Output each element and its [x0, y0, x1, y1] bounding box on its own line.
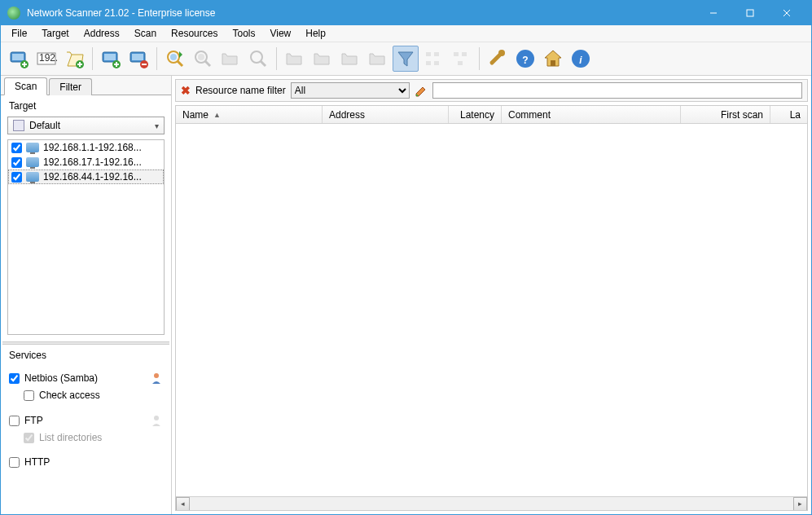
- results-header: Name▲ Address Latency Comment First scan…: [176, 106, 807, 124]
- tree1-button[interactable]: [420, 46, 446, 72]
- tab-scan[interactable]: Scan: [4, 77, 47, 95]
- window-controls: [695, 1, 805, 25]
- app-icon: [7, 7, 20, 20]
- home-button[interactable]: [540, 46, 566, 72]
- device-icon: [26, 157, 39, 167]
- clear-filter-icon[interactable]: ✖: [181, 84, 191, 97]
- tree2-button[interactable]: [448, 46, 474, 72]
- service-netbios[interactable]: Netbios (Samba): [9, 369, 163, 387]
- services-section-label: Services: [1, 345, 171, 364]
- target-profile-dropdown[interactable]: Default ▾: [7, 117, 165, 134]
- filter-text-input[interactable]: [432, 82, 802, 99]
- menu-file[interactable]: File: [4, 26, 34, 41]
- target-checkbox[interactable]: [11, 172, 22, 183]
- svg-rect-33: [426, 61, 431, 65]
- target-row[interactable]: 192.168.17.1-192.16...: [8, 155, 164, 169]
- edit-filter-icon[interactable]: [415, 84, 428, 97]
- target-checkbox[interactable]: [11, 143, 22, 153]
- open-file-button[interactable]: [61, 46, 87, 72]
- column-address[interactable]: Address: [323, 106, 449, 123]
- help-button[interactable]: ?: [512, 46, 538, 72]
- svg-point-44: [154, 373, 159, 378]
- services-panel: Netbios (Samba) Check access FTP List di…: [1, 364, 171, 514]
- stop-scan-button[interactable]: [190, 46, 216, 72]
- target-label: 192.168.44.1-192.16...: [43, 171, 160, 183]
- info-button[interactable]: i: [568, 46, 594, 72]
- scroll-left-button[interactable]: ◂: [176, 497, 190, 511]
- column-comment[interactable]: Comment: [502, 106, 681, 123]
- search-button[interactable]: [245, 46, 271, 72]
- maximize-button[interactable]: [731, 1, 768, 25]
- remove-device-button[interactable]: [125, 46, 151, 72]
- add-target-button[interactable]: [6, 46, 32, 72]
- column-last[interactable]: La: [770, 106, 807, 123]
- column-latency[interactable]: Latency: [449, 106, 502, 123]
- ip-range-button[interactable]: 192.X.X: [33, 46, 59, 72]
- options-button[interactable]: [485, 46, 511, 72]
- filter-label: Resource name filter: [195, 85, 286, 96]
- folder4-button[interactable]: [365, 46, 391, 72]
- folder1-button[interactable]: [282, 46, 308, 72]
- ftp-checkbox[interactable]: [9, 416, 20, 426]
- horizontal-scrollbar[interactable]: ◂ ▸: [176, 496, 807, 510]
- device-icon: [26, 143, 39, 152]
- menu-help[interactable]: Help: [298, 26, 333, 41]
- svg-point-24: [170, 54, 177, 60]
- folder2-button[interactable]: [309, 46, 336, 72]
- results-table: Name▲ Address Latency Comment First scan…: [175, 105, 808, 511]
- svg-rect-31: [426, 52, 431, 56]
- list-directories-label: List directories: [39, 432, 102, 443]
- toolbar-separator: [92, 47, 93, 70]
- svg-rect-35: [454, 52, 459, 56]
- column-name[interactable]: Name▲: [176, 106, 323, 123]
- chevron-down-icon: ▾: [155, 121, 159, 130]
- toolbar: 192.X.X ? i: [1, 42, 811, 76]
- ftp-label: FTP: [24, 415, 43, 426]
- menu-bar: File Target Address Scan Resources Tools…: [1, 25, 811, 42]
- folder-scan-button[interactable]: [217, 46, 244, 72]
- tab-filter[interactable]: Filter: [49, 78, 92, 95]
- filter-funnel-button[interactable]: [393, 46, 419, 72]
- target-row[interactable]: 192.168.44.1-192.16...: [8, 169, 164, 184]
- menu-view[interactable]: View: [262, 26, 298, 41]
- user-icon: [150, 414, 163, 427]
- check-access-checkbox[interactable]: [24, 390, 34, 401]
- close-button[interactable]: [768, 1, 805, 25]
- netbios-checkbox[interactable]: [9, 373, 20, 384]
- target-row[interactable]: 192.168.1.1-192.168...: [8, 140, 164, 155]
- menu-target[interactable]: Target: [34, 26, 76, 41]
- target-list[interactable]: 192.168.1.1-192.168... 192.168.17.1-192.…: [7, 139, 165, 335]
- service-http[interactable]: HTTP: [9, 454, 163, 470]
- svg-rect-20: [132, 54, 143, 60]
- ftp-list-directories: List directories: [9, 429, 163, 446]
- svg-rect-37: [458, 61, 463, 65]
- profile-icon: [13, 120, 24, 131]
- add-device-button[interactable]: [98, 46, 124, 72]
- http-checkbox[interactable]: [9, 457, 20, 468]
- svg-point-26: [195, 51, 207, 63]
- svg-rect-15: [104, 54, 116, 60]
- results-body[interactable]: [176, 124, 807, 496]
- svg-line-28: [205, 61, 210, 66]
- target-checkbox[interactable]: [11, 157, 22, 168]
- scan-button[interactable]: [162, 46, 188, 72]
- folder3-button[interactable]: [337, 46, 363, 72]
- svg-point-27: [198, 54, 204, 60]
- device-icon: [26, 172, 39, 182]
- filter-type-select[interactable]: All: [291, 82, 410, 99]
- toolbar-separator: [156, 47, 157, 70]
- target-section-label: Target: [1, 95, 171, 115]
- column-first-scan[interactable]: First scan: [681, 106, 770, 123]
- minimize-button[interactable]: [695, 1, 731, 25]
- netbios-label: Netbios (Samba): [24, 372, 98, 384]
- service-ftp[interactable]: FTP: [9, 412, 163, 429]
- menu-scan[interactable]: Scan: [127, 26, 164, 41]
- scroll-right-button[interactable]: ▸: [793, 497, 807, 511]
- netbios-check-access[interactable]: Check access: [9, 387, 163, 403]
- menu-resources[interactable]: Resources: [164, 26, 225, 41]
- menu-tools[interactable]: Tools: [225, 26, 262, 41]
- svg-rect-5: [12, 54, 24, 60]
- right-panel: ✖ Resource name filter All Name▲ Address…: [172, 76, 811, 514]
- sidebar-tabs: Scan Filter: [1, 76, 171, 95]
- menu-address[interactable]: Address: [77, 26, 127, 41]
